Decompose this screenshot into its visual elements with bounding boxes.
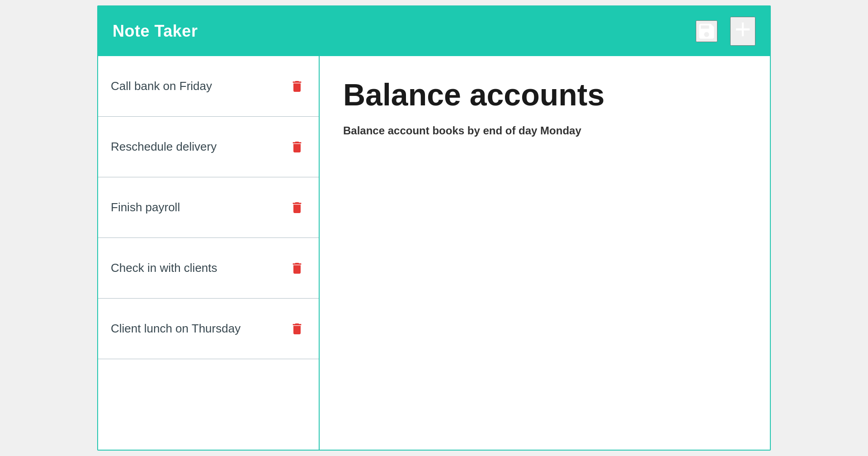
note-title: Call bank on Friday bbox=[111, 79, 212, 93]
list-item[interactable]: Call bank on Friday bbox=[98, 56, 319, 117]
main-content: Call bank on Friday Reschedule delivery … bbox=[98, 56, 770, 450]
trash-icon bbox=[290, 321, 304, 337]
app-container: Note Taker Call bank on Friday bbox=[97, 5, 771, 451]
note-title: Reschedule delivery bbox=[111, 140, 217, 154]
note-detail-title: Balance accounts bbox=[343, 78, 746, 112]
delete-note-button[interactable] bbox=[288, 76, 306, 96]
trash-icon bbox=[290, 260, 304, 276]
delete-note-button[interactable] bbox=[288, 258, 306, 278]
header-actions bbox=[696, 17, 755, 46]
delete-note-button[interactable] bbox=[288, 198, 306, 218]
trash-icon bbox=[290, 139, 304, 155]
list-item[interactable]: Client lunch on Thursday bbox=[98, 299, 319, 359]
delete-note-button[interactable] bbox=[288, 319, 306, 339]
note-title: Client lunch on Thursday bbox=[111, 322, 241, 336]
add-icon-svg bbox=[731, 18, 755, 41]
list-item[interactable]: Reschedule delivery bbox=[98, 117, 319, 177]
note-title: Check in with clients bbox=[111, 261, 217, 275]
note-title: Finish payroll bbox=[111, 200, 180, 214]
save-button[interactable] bbox=[696, 20, 717, 42]
delete-note-button[interactable] bbox=[288, 137, 306, 157]
trash-icon bbox=[290, 78, 304, 95]
list-item[interactable]: Check in with clients bbox=[98, 238, 319, 299]
add-note-button[interactable] bbox=[730, 17, 755, 46]
note-detail-body: Balance account books by end of day Mond… bbox=[343, 124, 746, 137]
note-detail-panel: Balance accounts Balance account books b… bbox=[320, 56, 770, 450]
list-item[interactable]: Finish payroll bbox=[98, 177, 319, 238]
save-icon-svg bbox=[697, 21, 717, 41]
trash-icon bbox=[290, 200, 304, 216]
app-header: Note Taker bbox=[98, 6, 770, 56]
app-title: Note Taker bbox=[113, 22, 198, 41]
notes-sidebar: Call bank on Friday Reschedule delivery … bbox=[98, 56, 320, 450]
empty-list-item bbox=[98, 359, 319, 450]
